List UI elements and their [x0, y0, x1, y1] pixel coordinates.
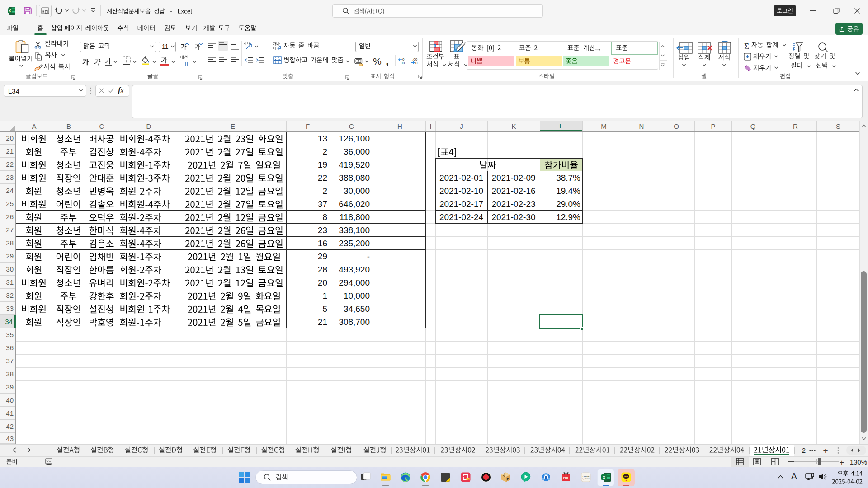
svg-text:PDF: PDF: [563, 476, 569, 479]
svg-text:Pro: Pro: [467, 479, 470, 480]
svg-text:X: X: [9, 9, 11, 13]
svg-text:TALK: TALK: [624, 476, 628, 478]
svg-text:P: P: [507, 477, 509, 481]
svg-text:0: 0: [415, 61, 418, 65]
svg-text:.00: .00: [400, 61, 405, 65]
svg-text:X: X: [603, 475, 605, 480]
svg-text:by NEX34: by NEX34: [582, 478, 589, 480]
svg-text:crema: crema: [583, 475, 590, 478]
